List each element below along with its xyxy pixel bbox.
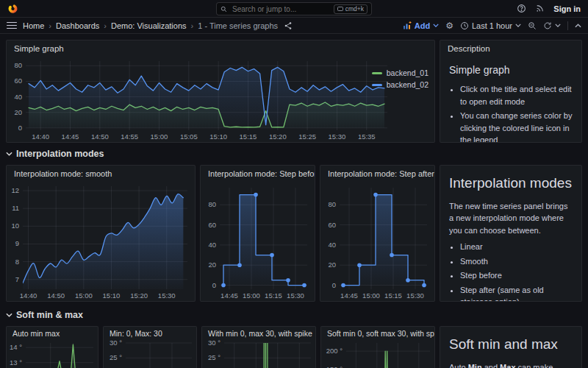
- time-series-chart[interactable]: 14:4014:4514:5014:5515:0015:0515:1015:15…: [7, 57, 434, 142]
- panel-interpolation-smooth: Interpolation mode: smooth 14:4014:5015:…: [6, 165, 196, 302]
- svg-text:15:00: 15:00: [75, 291, 93, 300]
- svg-text:60: 60: [14, 77, 22, 85]
- chevron-down-icon: [515, 24, 521, 27]
- breadcrumb-separator: ›: [104, 21, 107, 30]
- svg-text:25 °: 25 °: [208, 353, 220, 361]
- svg-text:25 °: 25 °: [110, 353, 122, 361]
- description-paragraph: Auto Min and Max can make small variatio…: [449, 361, 573, 368]
- time-series-chart[interactable]: 13 °14 °: [7, 339, 98, 368]
- search-box[interactable]: cmd+k: [216, 2, 372, 15]
- time-series-chart[interactable]: 25 °30 °: [202, 339, 315, 368]
- sign-in-button[interactable]: Sign in: [553, 4, 581, 13]
- zoom-out-button[interactable]: [528, 21, 537, 30]
- kiosk-mode-button[interactable]: [575, 24, 581, 28]
- breadcrumb-separator: ›: [191, 21, 194, 30]
- svg-text:15:25: 15:25: [298, 132, 316, 141]
- svg-text:0: 0: [212, 281, 216, 289]
- legend-item[interactable]: backend_01: [372, 68, 429, 77]
- svg-text:80: 80: [328, 200, 336, 208]
- panel-description-simple: Description Simple graph Click on the ti…: [440, 40, 582, 143]
- section-header-interpolation[interactable]: Interpolation modes: [6, 148, 582, 160]
- time-series-chart[interactable]: 14:4014:5015:0015:1015:2015:30789101112: [7, 182, 195, 301]
- svg-text:15:05: 15:05: [180, 132, 198, 141]
- breadcrumb-home[interactable]: Home: [23, 21, 44, 30]
- search-shortcut-badge: cmd+k: [334, 4, 368, 14]
- svg-text:7: 7: [15, 275, 19, 283]
- dashboard-canvas: Simple graph 14:4014:4514:5014:5515:0015…: [0, 34, 588, 368]
- svg-text:80: 80: [208, 200, 216, 208]
- time-series-chart[interactable]: 150 °200 °: [321, 339, 434, 368]
- panel-simple-graph: Simple graph 14:4014:4514:5014:5515:0015…: [6, 40, 435, 143]
- description-bullet: Smooth: [460, 255, 573, 268]
- svg-text:150 °: 150 °: [326, 365, 343, 368]
- svg-text:14:55: 14:55: [121, 132, 138, 141]
- breadcrumb: Home › Dashboards › Demo: Visualizations…: [23, 21, 278, 30]
- panel-title[interactable]: Description: [440, 40, 581, 57]
- section-label: Soft min & max: [16, 310, 83, 320]
- dashboard-settings-button[interactable]: ⚙: [445, 21, 453, 30]
- chevron-up-icon: [575, 24, 581, 28]
- time-series-chart[interactable]: 14:4515:0015:1515:30020406080: [320, 182, 434, 301]
- panel-title[interactable]: Interpolation mode: Step before: [201, 166, 315, 182]
- svg-text:13 °: 13 °: [10, 358, 22, 367]
- svg-text:8: 8: [15, 258, 19, 266]
- description-heading: Simple graph: [449, 63, 573, 78]
- chevron-down-icon: [555, 24, 561, 27]
- panel-title[interactable]: Soft min 0, soft max 30, with spike: [321, 327, 434, 339]
- panel-auto-min-max: Auto min max 13 °14 °: [6, 326, 98, 368]
- description-heading: Soft min and max: [449, 334, 573, 355]
- legend-item[interactable]: backend_02: [372, 80, 429, 89]
- series-color-swatch[interactable]: [372, 84, 382, 86]
- svg-text:14:50: 14:50: [91, 132, 109, 141]
- breadcrumb-dashboards[interactable]: Dashboards: [56, 21, 99, 30]
- time-series-chart[interactable]: 25 °30 °: [104, 339, 196, 368]
- svg-text:200 °: 200 °: [326, 347, 343, 355]
- svg-text:14:45: 14:45: [62, 132, 79, 141]
- svg-text:30 °: 30 °: [208, 339, 220, 347]
- breadcrumb-folder[interactable]: Demo: Visualizations: [111, 21, 187, 30]
- panel-title[interactable]: Simple graph: [7, 40, 434, 57]
- panel-description-interpolation: Interpolation modes The new time series …: [440, 165, 582, 302]
- svg-text:15:10: 15:10: [209, 132, 227, 141]
- svg-text:14 °: 14 °: [10, 343, 22, 351]
- add-panel-button[interactable]: Add: [403, 21, 439, 30]
- svg-text:15:00: 15:00: [151, 132, 168, 141]
- share-icon[interactable]: [284, 21, 293, 30]
- refresh-button[interactable]: [543, 21, 561, 30]
- svg-text:40: 40: [14, 93, 22, 101]
- svg-text:10: 10: [11, 222, 19, 230]
- time-series-chart[interactable]: 14:4515:0015:1515:30020406080: [201, 182, 315, 301]
- top-bar: cmd+k Sign in: [0, 0, 588, 18]
- series-color-swatch[interactable]: [372, 72, 382, 74]
- legend-label: backend_01: [387, 68, 429, 77]
- news-rss-icon[interactable]: [535, 4, 545, 13]
- panel-title[interactable]: Auto min max: [7, 327, 98, 339]
- svg-text:15:35: 15:35: [358, 132, 376, 141]
- search-input[interactable]: [231, 4, 330, 14]
- section-header-soft-min-max[interactable]: Soft min & max: [6, 309, 582, 321]
- svg-text:15:30: 15:30: [158, 291, 176, 300]
- chevron-down-icon: [6, 313, 12, 317]
- time-range-picker[interactable]: Last 1 hour: [460, 21, 521, 30]
- svg-text:15:00: 15:00: [362, 291, 380, 300]
- description-paragraph: The new time series panel brings a new i…: [449, 200, 573, 237]
- legend-label: backend_02: [387, 80, 429, 89]
- svg-text:15:20: 15:20: [269, 132, 287, 141]
- svg-text:40: 40: [208, 241, 216, 249]
- panel-title[interactable]: Interpolation mode: smooth: [7, 166, 195, 182]
- search-icon: [220, 6, 227, 13]
- panel-title[interactable]: Min: 0, Max: 30: [104, 327, 196, 339]
- svg-text:9: 9: [15, 239, 19, 247]
- svg-text:20: 20: [208, 261, 216, 269]
- nav-bar: Home › Dashboards › Demo: Visualizations…: [0, 18, 588, 34]
- svg-text:15:30: 15:30: [406, 291, 424, 300]
- description-list: Linear Smooth Step before Step after (sa…: [449, 241, 573, 301]
- svg-text:20: 20: [14, 108, 22, 116]
- grafana-logo[interactable]: [7, 3, 18, 14]
- svg-text:15:20: 15:20: [130, 291, 148, 300]
- menu-toggle-icon[interactable]: [7, 22, 17, 29]
- svg-text:14:40: 14:40: [32, 132, 49, 141]
- panel-title[interactable]: With min 0, max 30, with spike: [202, 327, 315, 339]
- panel-title[interactable]: Interpolation mode: Step after: [320, 166, 434, 182]
- help-icon[interactable]: [517, 4, 526, 13]
